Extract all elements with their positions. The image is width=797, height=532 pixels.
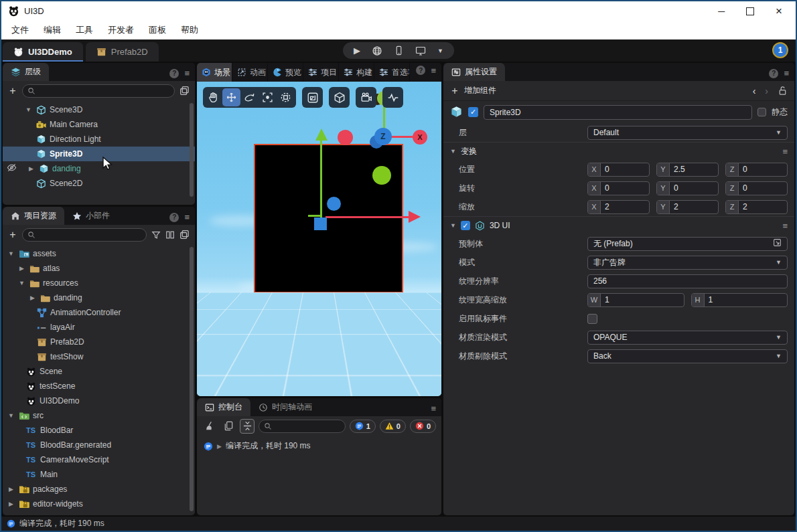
tree-item-animationcontroller[interactable]: AnimationController	[3, 305, 195, 320]
help-icon[interactable]: ?	[169, 213, 179, 222]
copy-log-button[interactable]	[221, 419, 236, 434]
object-name-input[interactable]	[490, 108, 746, 117]
rotation-z-field[interactable]: Z0	[725, 181, 788, 195]
caret-expanded-icon[interactable]: ▼	[450, 148, 456, 155]
panel-menu-icon[interactable]: ≡	[184, 212, 190, 222]
resolution-field[interactable]: 256	[587, 274, 788, 288]
clear-console-button[interactable]	[202, 419, 217, 434]
project-search-input[interactable]	[39, 230, 141, 240]
help-icon[interactable]: ?	[416, 66, 425, 75]
tree-item-testshow[interactable]: testShow	[3, 349, 195, 364]
object-name-field[interactable]	[484, 105, 752, 120]
add-asset-button[interactable]: +	[8, 229, 17, 241]
tab-console[interactable]: 控制台	[197, 398, 250, 416]
panel-menu-icon[interactable]: ≡	[431, 66, 436, 76]
tab-project-assets[interactable]: 项目资源	[3, 207, 64, 225]
tab-build[interactable]: 构建	[339, 63, 374, 82]
active-checkbox[interactable]: ✓	[468, 107, 478, 117]
tree-item-layaair[interactable]: layaAir	[3, 320, 195, 335]
error-count-badge[interactable]: 0	[410, 420, 436, 433]
tab-hierarchy[interactable]: 层级	[3, 63, 49, 81]
position-x-field[interactable]: X0	[587, 163, 650, 177]
tree-item-sprite3d[interactable]: Sprite3D	[3, 147, 195, 161]
scale-tool-button[interactable]	[259, 88, 277, 106]
hierarchy-search[interactable]	[22, 84, 175, 98]
tab-inspector[interactable]: 属性设置	[443, 63, 505, 81]
position-y-field[interactable]: Y2.5	[656, 163, 719, 177]
panel-menu-icon[interactable]: ≡	[184, 68, 190, 78]
texture-width-field[interactable]: W1	[587, 293, 684, 307]
tree-item-atlas[interactable]: ▶atlas	[3, 261, 195, 276]
rotation-y-field[interactable]: Y0	[656, 181, 719, 195]
rect-tool-button[interactable]	[277, 88, 295, 106]
pan-tool-button[interactable]	[204, 88, 222, 106]
tree-item-assets[interactable]: ▼assets	[3, 246, 195, 261]
gizmo-y-axis[interactable]	[320, 139, 322, 224]
axis-widget-z-sphere[interactable]: Z	[374, 128, 392, 145]
cull-mode-dropdown[interactable]: Back ▼	[587, 349, 788, 363]
project-search[interactable]	[22, 228, 147, 242]
menu-file[interactable]: 文件	[4, 24, 36, 36]
add-node-button[interactable]: +	[8, 85, 17, 97]
tree-item-ui3ddemo-scene[interactable]: UI3DDemo	[3, 393, 195, 408]
menu-panels[interactable]: 面板	[141, 24, 173, 36]
tree-item-direction-light[interactable]: Direction Light	[3, 132, 195, 147]
tree-item-editor-widgets[interactable]: ▶editor-widgets	[3, 497, 195, 511]
project-scrollbar[interactable]	[190, 247, 194, 511]
add-component-button[interactable]: 增加组件	[464, 85, 496, 96]
filter-icon[interactable]	[151, 230, 161, 240]
tree-item-packages[interactable]: ▶packages	[3, 482, 195, 497]
tree-item-scene[interactable]: Scene	[3, 364, 195, 379]
gizmo-x-arrowhead[interactable]	[409, 211, 421, 223]
console-search-input[interactable]	[275, 422, 340, 431]
rotation-x-field[interactable]: X0	[587, 181, 650, 195]
component-enabled-checkbox[interactable]: ✓	[461, 221, 470, 230]
tab-scene[interactable]: 场景	[197, 63, 232, 82]
static-checkbox[interactable]	[757, 108, 766, 116]
console-search[interactable]	[259, 420, 346, 433]
tree-item-prefab2d[interactable]: Prefab2D	[3, 335, 195, 349]
section-menu-icon[interactable]: ≡	[782, 147, 788, 157]
tree-item-danding[interactable]: ▶ danding	[3, 161, 195, 176]
caret-expanded-icon[interactable]: ▼	[24, 106, 33, 113]
ui3d-section-header[interactable]: ▼ ✓ 3D UI ≡	[443, 216, 794, 234]
split-view-icon[interactable]	[165, 230, 175, 240]
collapse-log-button[interactable]	[240, 419, 255, 434]
scale-z-field[interactable]: Z2	[725, 200, 788, 214]
red-sphere-object[interactable]	[338, 130, 353, 145]
hierarchy-search-input[interactable]	[39, 86, 169, 96]
perspective-toggle-button[interactable]	[302, 87, 323, 108]
run-browser-button[interactable]	[372, 46, 382, 56]
gizmo-y-arrowhead[interactable]	[315, 128, 328, 141]
panel-menu-icon[interactable]: ≡	[784, 68, 789, 78]
minimize-button[interactable]: ─	[718, 7, 725, 16]
tree-item-scene3d[interactable]: ▼ Scene3D	[3, 102, 195, 117]
tree-item-resources[interactable]: ▼resources	[3, 276, 195, 290]
duplicate-panel-icon[interactable]	[179, 86, 190, 96]
tree-item-testscene[interactable]: testScene	[3, 379, 195, 393]
warning-count-badge[interactable]: 0	[380, 420, 406, 433]
shading-mode-button[interactable]	[329, 87, 350, 108]
duplicate-panel-icon[interactable]	[179, 230, 190, 240]
layer-dropdown[interactable]: Default ▼	[587, 126, 788, 140]
run-target-dropdown[interactable]: ▼	[437, 48, 443, 54]
help-icon[interactable]: ?	[169, 69, 179, 78]
menu-edit[interactable]: 编辑	[36, 24, 68, 36]
menu-developer[interactable]: 开发者	[100, 24, 141, 36]
tree-item-scene2d[interactable]: Scene2D	[3, 176, 195, 191]
tree-item-danding-folder[interactable]: ▶danding	[3, 290, 195, 305]
caret-expanded-icon[interactable]: ▼	[450, 222, 456, 229]
tree-item-bloodbar-generated[interactable]: TSBloodBar.generated	[3, 438, 195, 452]
run-desktop-button[interactable]	[415, 46, 426, 56]
axis-widget-x-sphere[interactable]: X	[413, 130, 427, 145]
notification-badge[interactable]: 1	[772, 42, 788, 58]
log-expand-icon[interactable]: ▶	[217, 443, 222, 450]
tree-item-main-script[interactable]: TSMain	[3, 467, 195, 482]
visibility-off-icon[interactable]	[7, 163, 17, 175]
maximize-button[interactable]	[746, 7, 754, 15]
tab-preview[interactable]: 预览	[268, 63, 303, 82]
help-icon[interactable]: ?	[769, 69, 778, 78]
run-mobile-button[interactable]	[394, 46, 404, 56]
nav-back-button[interactable]: ‹	[753, 86, 756, 96]
rotate-tool-button[interactable]	[240, 88, 259, 106]
